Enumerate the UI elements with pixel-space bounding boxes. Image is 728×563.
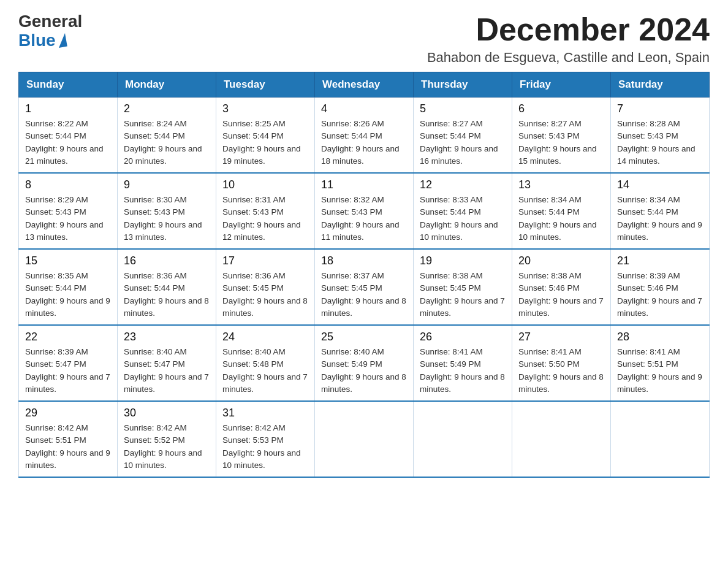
day-cell-16: 16Sunrise: 8:36 AMSunset: 5:44 PMDayligh… — [118, 249, 216, 325]
day-info: Sunrise: 8:40 AMSunset: 5:47 PMDaylight:… — [124, 346, 210, 396]
day-info: Sunrise: 8:40 AMSunset: 5:48 PMDaylight:… — [222, 346, 308, 396]
day-cell-24: 24Sunrise: 8:40 AMSunset: 5:48 PMDayligh… — [216, 325, 315, 401]
day-number: 23 — [124, 331, 210, 343]
empty-cell — [414, 401, 512, 477]
day-info: Sunrise: 8:39 AMSunset: 5:47 PMDaylight:… — [25, 346, 111, 396]
day-number: 26 — [420, 331, 506, 343]
day-number: 14 — [617, 178, 703, 191]
day-cell-1: 1Sunrise: 8:22 AMSunset: 5:44 PMDaylight… — [19, 98, 118, 174]
header-cell-wednesday: Wednesday — [315, 72, 414, 98]
day-number: 24 — [222, 331, 308, 343]
header-cell-saturday: Saturday — [611, 72, 710, 98]
day-cell-28: 28Sunrise: 8:41 AMSunset: 5:51 PMDayligh… — [611, 325, 710, 401]
day-number: 16 — [124, 255, 210, 267]
logo-triangle-icon — [56, 33, 67, 48]
day-cell-17: 17Sunrise: 8:36 AMSunset: 5:45 PMDayligh… — [216, 249, 315, 325]
header-cell-thursday: Thursday — [414, 72, 512, 98]
day-cell-27: 27Sunrise: 8:41 AMSunset: 5:50 PMDayligh… — [512, 325, 611, 401]
day-info: Sunrise: 8:38 AMSunset: 5:45 PMDaylight:… — [420, 270, 506, 320]
calendar-header: SundayMondayTuesdayWednesdayThursdayFrid… — [19, 72, 710, 98]
day-number: 21 — [617, 255, 703, 267]
day-number: 1 — [25, 102, 111, 115]
day-cell-4: 4Sunrise: 8:26 AMSunset: 5:44 PMDaylight… — [315, 98, 414, 174]
day-cell-2: 2Sunrise: 8:24 AMSunset: 5:44 PMDaylight… — [118, 98, 216, 174]
day-number: 15 — [25, 255, 111, 267]
day-info: Sunrise: 8:42 AMSunset: 5:53 PMDaylight:… — [222, 422, 308, 472]
day-info: Sunrise: 8:24 AMSunset: 5:44 PMDaylight:… — [124, 118, 210, 167]
day-number: 2 — [124, 102, 210, 115]
day-info: Sunrise: 8:27 AMSunset: 5:43 PMDaylight:… — [518, 118, 604, 167]
day-cell-25: 25Sunrise: 8:40 AMSunset: 5:49 PMDayligh… — [315, 325, 414, 401]
day-cell-9: 9Sunrise: 8:30 AMSunset: 5:43 PMDaylight… — [118, 173, 216, 249]
week-row-1: 1Sunrise: 8:22 AMSunset: 5:44 PMDaylight… — [19, 98, 710, 174]
day-cell-30: 30Sunrise: 8:42 AMSunset: 5:52 PMDayligh… — [118, 401, 216, 477]
day-cell-26: 26Sunrise: 8:41 AMSunset: 5:49 PMDayligh… — [414, 325, 512, 401]
day-info: Sunrise: 8:38 AMSunset: 5:46 PMDaylight:… — [518, 270, 604, 320]
day-info: Sunrise: 8:42 AMSunset: 5:52 PMDaylight:… — [124, 422, 210, 472]
day-info: Sunrise: 8:40 AMSunset: 5:49 PMDaylight:… — [321, 346, 407, 396]
day-info: Sunrise: 8:42 AMSunset: 5:51 PMDaylight:… — [25, 422, 111, 472]
logo-blue-text: Blue — [18, 31, 66, 50]
day-number: 31 — [222, 407, 308, 419]
day-number: 27 — [518, 331, 604, 343]
day-cell-29: 29Sunrise: 8:42 AMSunset: 5:51 PMDayligh… — [19, 401, 118, 477]
day-number: 10 — [222, 178, 308, 191]
day-number: 5 — [420, 102, 506, 115]
day-info: Sunrise: 8:36 AMSunset: 5:45 PMDaylight:… — [222, 270, 308, 320]
day-info: Sunrise: 8:22 AMSunset: 5:44 PMDaylight:… — [25, 118, 111, 167]
calendar-table: SundayMondayTuesdayWednesdayThursdayFrid… — [18, 72, 710, 478]
day-number: 12 — [420, 178, 506, 191]
week-row-3: 15Sunrise: 8:35 AMSunset: 5:44 PMDayligh… — [19, 249, 710, 325]
day-info: Sunrise: 8:34 AMSunset: 5:44 PMDaylight:… — [518, 194, 604, 243]
logo: General Blue — [18, 12, 82, 50]
day-number: 4 — [321, 102, 407, 115]
day-info: Sunrise: 8:41 AMSunset: 5:49 PMDaylight:… — [420, 346, 506, 396]
week-row-5: 29Sunrise: 8:42 AMSunset: 5:51 PMDayligh… — [19, 401, 710, 477]
day-info: Sunrise: 8:32 AMSunset: 5:43 PMDaylight:… — [321, 194, 407, 243]
day-info: Sunrise: 8:36 AMSunset: 5:44 PMDaylight:… — [124, 270, 210, 320]
day-cell-14: 14Sunrise: 8:34 AMSunset: 5:44 PMDayligh… — [611, 173, 710, 249]
empty-cell — [512, 401, 611, 477]
day-info: Sunrise: 8:39 AMSunset: 5:46 PMDaylight:… — [617, 270, 703, 320]
day-number: 20 — [518, 255, 604, 267]
day-number: 17 — [222, 255, 308, 267]
day-info: Sunrise: 8:35 AMSunset: 5:44 PMDaylight:… — [25, 270, 111, 320]
day-number: 3 — [222, 102, 308, 115]
day-cell-6: 6Sunrise: 8:27 AMSunset: 5:43 PMDaylight… — [512, 98, 611, 174]
day-number: 22 — [25, 331, 111, 343]
location-title: Bahabon de Esgueva, Castille and Leon, S… — [427, 50, 710, 66]
day-cell-10: 10Sunrise: 8:31 AMSunset: 5:43 PMDayligh… — [216, 173, 315, 249]
day-info: Sunrise: 8:41 AMSunset: 5:51 PMDaylight:… — [617, 346, 703, 396]
calendar-body: 1Sunrise: 8:22 AMSunset: 5:44 PMDaylight… — [19, 98, 710, 478]
empty-cell — [611, 401, 710, 477]
day-info: Sunrise: 8:34 AMSunset: 5:44 PMDaylight:… — [617, 194, 703, 243]
day-info: Sunrise: 8:37 AMSunset: 5:45 PMDaylight:… — [321, 270, 407, 320]
day-number: 29 — [25, 407, 111, 419]
day-cell-5: 5Sunrise: 8:27 AMSunset: 5:44 PMDaylight… — [414, 98, 512, 174]
day-info: Sunrise: 8:25 AMSunset: 5:44 PMDaylight:… — [222, 118, 308, 167]
header-cell-tuesday: Tuesday — [216, 72, 315, 98]
day-number: 19 — [420, 255, 506, 267]
logo-general-text: General — [18, 12, 82, 31]
day-cell-13: 13Sunrise: 8:34 AMSunset: 5:44 PMDayligh… — [512, 173, 611, 249]
month-title: December 2024 — [427, 12, 710, 47]
day-info: Sunrise: 8:28 AMSunset: 5:43 PMDaylight:… — [617, 118, 703, 167]
day-number: 11 — [321, 178, 407, 191]
day-number: 6 — [518, 102, 604, 115]
day-cell-23: 23Sunrise: 8:40 AMSunset: 5:47 PMDayligh… — [118, 325, 216, 401]
empty-cell — [315, 401, 414, 477]
day-number: 30 — [124, 407, 210, 419]
day-number: 18 — [321, 255, 407, 267]
day-info: Sunrise: 8:31 AMSunset: 5:43 PMDaylight:… — [222, 194, 308, 243]
day-cell-11: 11Sunrise: 8:32 AMSunset: 5:43 PMDayligh… — [315, 173, 414, 249]
day-cell-20: 20Sunrise: 8:38 AMSunset: 5:46 PMDayligh… — [512, 249, 611, 325]
day-info: Sunrise: 8:27 AMSunset: 5:44 PMDaylight:… — [420, 118, 506, 167]
header-cell-monday: Monday — [118, 72, 216, 98]
day-cell-21: 21Sunrise: 8:39 AMSunset: 5:46 PMDayligh… — [611, 249, 710, 325]
day-number: 8 — [25, 178, 111, 191]
day-info: Sunrise: 8:29 AMSunset: 5:43 PMDaylight:… — [25, 194, 111, 243]
day-cell-15: 15Sunrise: 8:35 AMSunset: 5:44 PMDayligh… — [19, 249, 118, 325]
day-info: Sunrise: 8:41 AMSunset: 5:50 PMDaylight:… — [518, 346, 604, 396]
header-cell-sunday: Sunday — [19, 72, 118, 98]
title-block: December 2024 Bahabon de Esgueva, Castil… — [427, 12, 710, 66]
